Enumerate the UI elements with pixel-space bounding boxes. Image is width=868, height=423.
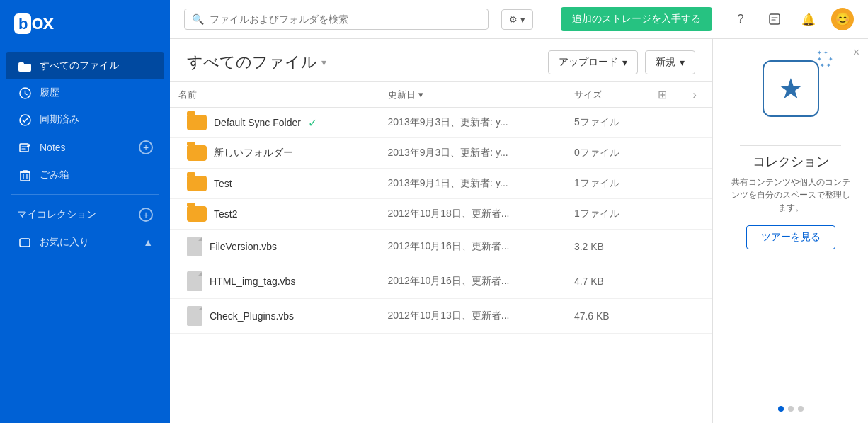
notes-icon <box>17 142 33 154</box>
file-actions-2 <box>685 264 712 299</box>
my-collection-add-button[interactable]: + <box>139 208 153 222</box>
new-button[interactable]: 新規 ▾ <box>645 50 695 74</box>
folder-icon <box>187 145 207 161</box>
dots-decoration: ✦ ✦✦ ✦ ✦ ✦ <box>817 50 833 69</box>
page-title: すべてのファイル ▾ <box>187 52 326 73</box>
file-icon <box>187 237 202 256</box>
table-row[interactable]: Check_Plugins.vbs2012年10月13日、更新者...47.6 … <box>170 299 712 334</box>
star-icon <box>17 237 33 248</box>
file-actions-1 <box>649 138 685 169</box>
file-actions-1 <box>649 299 685 334</box>
col-arrow[interactable]: › <box>685 82 712 108</box>
sidebar-item-all-files[interactable]: すべてのファイル <box>6 52 164 79</box>
my-collection-label: マイコレクション <box>17 208 96 221</box>
sidebar-item-my-collection[interactable]: マイコレクション + <box>6 201 164 229</box>
favorites-chevron-icon[interactable]: ▲ <box>143 237 153 248</box>
sidebar-divider <box>11 194 159 195</box>
filter-arrow: ▾ <box>520 14 525 25</box>
file-entry: Check_Plugins.vbs <box>187 306 371 326</box>
sidebar-item-history[interactable]: 履歴 <box>6 79 164 106</box>
file-name: 新しいフォルダー <box>214 147 293 159</box>
table-row[interactable]: 新しいフォルダー2013年9月3日、更新者: y...0ファイル <box>170 138 712 169</box>
help-icon[interactable]: ? <box>729 8 752 30</box>
search-filter-button[interactable]: ⚙ ▾ <box>501 9 533 30</box>
check-circle-icon <box>17 114 33 126</box>
file-name-cell: FileVersion.vbs <box>170 230 379 264</box>
file-icon <box>187 271 202 291</box>
panel-star-area: ✦ ✦✦ ✦ ✦ ✦ ★ コレクション 共有コンテンツや個人のコンテンツを自分の… <box>713 39 868 399</box>
file-updated: 2013年9月1日、更新者: y... <box>379 169 566 199</box>
notes-add-button[interactable]: + <box>139 140 153 154</box>
sidebar-item-trash[interactable]: ごみ箱 <box>6 162 164 188</box>
file-updated: 2012年10月16日、更新者... <box>379 230 566 264</box>
sidebar-item-notes[interactable]: Notes + <box>6 133 164 162</box>
panel-divider <box>740 145 841 146</box>
sort-icon: ▾ <box>418 89 423 100</box>
get-storage-button[interactable]: 追加のストレージを入手する <box>561 7 712 31</box>
file-size: 1ファイル <box>566 169 649 199</box>
sidebar-item-label: Notes <box>40 142 66 153</box>
file-actions-2 <box>685 199 712 230</box>
sidebar-item-synced[interactable]: 同期済み <box>6 106 164 133</box>
expand-icon[interactable]: › <box>693 89 697 101</box>
sidebar-item-label: 同期済み <box>40 113 79 126</box>
avatar[interactable]: 😊 <box>831 8 854 30</box>
file-entry: 新しいフォルダー <box>187 145 371 161</box>
svg-rect-6 <box>20 239 30 247</box>
file-actions-2 <box>685 169 712 199</box>
file-name-cell: Default Sync Folder✓ <box>170 108 379 138</box>
page-actions: アップロード ▾ 新規 ▾ <box>548 50 695 74</box>
file-updated: 2013年9月3日、更新者: y... <box>379 108 566 138</box>
new-dropdown-icon: ▾ <box>680 57 685 68</box>
file-list: Default Sync Folder✓2013年9月3日、更新者: y...5… <box>170 108 712 334</box>
table-row[interactable]: Test22012年10月18日、更新者...1ファイル <box>170 199 712 230</box>
search-bar[interactable]: 🔍 <box>184 9 489 30</box>
file-name-cell: 新しいフォルダー <box>170 138 379 169</box>
app-logo: box <box>14 11 53 34</box>
panel-dot-2[interactable] <box>788 406 794 412</box>
col-view-toggle[interactable]: ⊞ <box>649 82 685 108</box>
file-size: 1ファイル <box>566 199 649 230</box>
star-graphic: ✦ ✦✦ ✦ ✦ ✦ ★ <box>763 60 819 124</box>
tasks-icon[interactable] <box>763 8 786 30</box>
folder-icon <box>187 176 207 191</box>
svg-rect-1 <box>18 62 24 65</box>
file-size: 0ファイル <box>566 138 649 169</box>
sidebar-item-label: すべてのファイル <box>40 60 119 72</box>
folder-icon <box>187 206 207 222</box>
file-entry: Test2 <box>187 206 371 222</box>
file-name: Test <box>214 178 232 189</box>
table-row[interactable]: Default Sync Folder✓2013年9月3日、更新者: y...5… <box>170 108 712 138</box>
sidebar-item-favorites[interactable]: お気に入り ▲ <box>6 229 164 256</box>
file-size: 47.6 KB <box>566 299 649 334</box>
upload-button[interactable]: アップロード ▾ <box>548 50 638 74</box>
file-name: FileVersion.vbs <box>210 241 277 252</box>
trash-icon <box>17 169 33 181</box>
panel-dot-1[interactable] <box>778 406 784 412</box>
favorites-label: お気に入り <box>40 236 89 249</box>
table-row[interactable]: HTML_img_tag.vbs2012年10月16日、更新者...4.7 KB <box>170 264 712 299</box>
file-entry: FileVersion.vbs <box>187 237 371 256</box>
col-name: 名前 <box>170 82 379 108</box>
search-input[interactable] <box>210 13 481 25</box>
search-icon: 🔍 <box>192 13 204 25</box>
panel-title: コレクション <box>753 153 829 170</box>
file-name: Test2 <box>214 208 237 220</box>
notifications-icon[interactable]: 🔔 <box>797 8 820 30</box>
file-actions-2 <box>685 138 712 169</box>
panel-close-button[interactable]: × <box>853 46 860 59</box>
panel-dot-3[interactable] <box>798 406 804 412</box>
filter-icon: ⚙ <box>509 14 518 25</box>
header-icons: ? 🔔 😊 <box>729 8 854 30</box>
sidebar-item-label: ごみ箱 <box>40 169 69 181</box>
table-row[interactable]: FileVersion.vbs2012年10月16日、更新者...3.2 KB <box>170 230 712 264</box>
page-title-dropdown-icon[interactable]: ▾ <box>321 57 326 68</box>
upload-dropdown-icon: ▾ <box>622 57 627 68</box>
tour-button[interactable]: ツアーを見る <box>746 225 835 249</box>
grid-view-icon[interactable]: ⊞ <box>658 89 667 101</box>
file-actions-1 <box>649 108 685 138</box>
file-name: HTML_img_tag.vbs <box>210 276 295 287</box>
sidebar-item-label: 履歴 <box>40 86 59 99</box>
col-updated[interactable]: 更新日 ▾ <box>379 82 566 108</box>
table-row[interactable]: Test2013年9月1日、更新者: y...1ファイル <box>170 169 712 199</box>
